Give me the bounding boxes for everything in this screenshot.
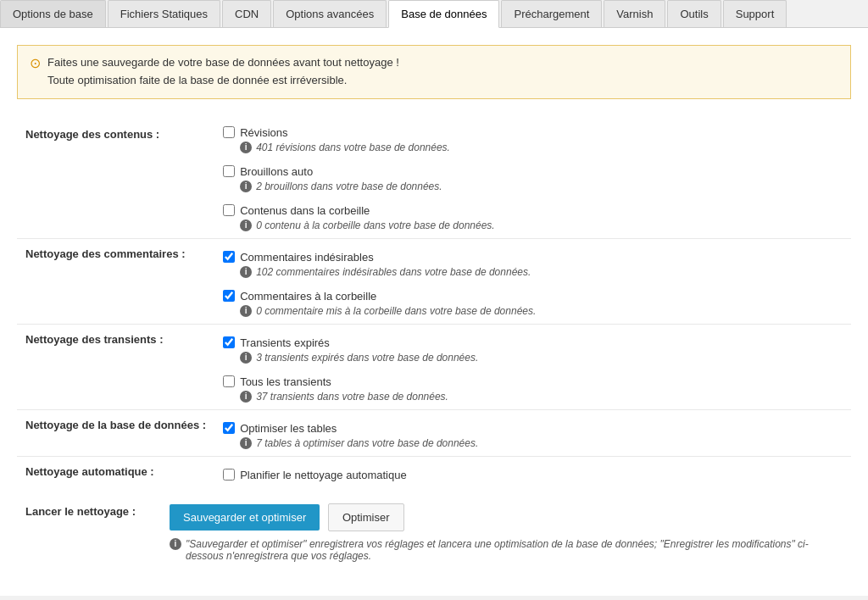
option-comments-spam: Commentaires indésirablesi102 commentair… (223, 251, 843, 278)
option-comments-trash: Commentaires à la corbeillei0 commentair… (223, 290, 843, 317)
checkbox-corbeille-contenus[interactable] (223, 204, 235, 216)
checkbox-label-revisions[interactable]: Révisions (223, 126, 843, 139)
info-text-corbeille-contenus: i0 contenu à la corbeille dans votre bas… (240, 219, 843, 231)
checkbox-label-corbeille-contenus[interactable]: Contenus dans la corbeille (223, 204, 843, 217)
tab-varnish[interactable]: Varnish (604, 0, 665, 27)
section-label-1: Nettoyage des commentaires : (17, 238, 214, 324)
tab-bar: Options de baseFichiers StatiquesCDNOpti… (0, 0, 868, 28)
info-text-transients-all: i37 transients dans votre base de donnée… (240, 391, 843, 403)
option-label-transients-expired: Transients expirés (240, 336, 330, 349)
tab-options-de-base[interactable]: Options de base (0, 0, 106, 27)
info-value-transients-all: 37 transients dans votre base de données… (256, 391, 448, 403)
info-icon-optimize-tables: i (240, 437, 252, 449)
warning-text: Faites une sauvegarde de votre base de d… (47, 54, 399, 90)
section-content-1: Commentaires indésirablesi102 commentair… (214, 238, 851, 324)
optimize-button[interactable]: Optimiser (328, 503, 404, 531)
option-label-comments-trash: Commentaires à la corbeille (240, 290, 376, 303)
launch-label: Lancer le nettoyage : (17, 497, 161, 569)
checkbox-auto-clean[interactable] (223, 469, 235, 481)
info-text-comments-trash: i0 commentaire mis à la corbeille dans v… (240, 305, 843, 317)
option-label-corbeille-contenus: Contenus dans la corbeille (240, 204, 370, 217)
section-content-2: Transients expirési3 transients expirés … (214, 324, 851, 409)
info-value-comments-spam: 102 commentaires indésirables dans votre… (256, 266, 531, 278)
info-icon-brouillons: i (240, 181, 252, 192)
info-value-optimize-tables: 7 tables à optimiser dans votre base de … (256, 437, 478, 449)
checkbox-label-auto-clean[interactable]: Planifier le nettoyage automatique (223, 469, 843, 481)
section-row-2: Nettoyage des transients :Transients exp… (17, 324, 851, 409)
warning-icon: ⊙ (30, 55, 41, 71)
info-icon-revisions: i (240, 142, 252, 153)
info-text-comments-spam: i102 commentaires indésirables dans votr… (240, 266, 843, 278)
main-content: ⊙ Faites une sauvegarde de votre base de… (0, 28, 868, 596)
info-icon-comments-spam: i (240, 266, 252, 278)
save-optimize-button[interactable]: Sauvegarder et optimiser (170, 504, 320, 531)
checkbox-transients-all[interactable] (223, 375, 235, 387)
checkbox-label-transients-all[interactable]: Tous les transients (223, 375, 843, 388)
info-icon-corbeille-contenus: i (240, 219, 252, 231)
info-text-revisions: i401 révisions dans votre base de donnée… (240, 142, 843, 153)
option-label-brouillons: Brouillons auto (240, 165, 313, 178)
option-transients-all: Tous les transientsi37 transients dans v… (223, 375, 843, 403)
checkbox-label-comments-spam[interactable]: Commentaires indésirables (223, 251, 843, 264)
option-label-auto-clean: Planifier le nettoyage automatique (240, 469, 407, 481)
option-label-transients-all: Tous les transients (240, 375, 331, 388)
option-transients-expired: Transients expirési3 transients expirés … (223, 336, 843, 364)
tab-support[interactable]: Support (723, 0, 787, 27)
option-auto-clean: Planifier le nettoyage automatique (223, 469, 843, 481)
tab-préchargement[interactable]: Préchargement (501, 0, 602, 27)
bottom-note: i "Sauvegarder et optimiser" enregistrer… (170, 538, 843, 562)
info-icon-transients-all: i (240, 391, 252, 403)
info-icon-comments-trash: i (240, 305, 252, 317)
option-revisions: Révisionsi401 révisions dans votre base … (223, 126, 843, 153)
info-icon-transients-expired: i (240, 352, 252, 364)
section-row-3: Nettoyage de la base de données :Optimis… (17, 409, 851, 456)
info-value-transients-expired: 3 transients expirés dans votre base de … (256, 352, 478, 364)
section-row-4: Nettoyage automatique :Planifier le nett… (17, 456, 851, 488)
option-brouillons: Brouillons autoi2 brouillons dans votre … (223, 165, 843, 192)
section-label-4: Nettoyage automatique : (17, 456, 214, 488)
info-text-optimize-tables: i7 tables à optimiser dans votre base de… (240, 437, 843, 449)
checkbox-brouillons[interactable] (223, 165, 235, 177)
option-label-revisions: Révisions (240, 126, 287, 139)
checkbox-label-transients-expired[interactable]: Transients expirés (223, 336, 843, 349)
checkbox-comments-trash[interactable] (223, 290, 235, 302)
option-optimize-tables: Optimiser les tablesi7 tables à optimise… (223, 422, 843, 449)
launch-actions: Sauvegarder et optimiser Optimiser i "Sa… (161, 497, 851, 569)
section-label-2: Nettoyage des transients : (17, 324, 214, 409)
tab-cdn[interactable]: CDN (222, 0, 271, 27)
launch-table: Lancer le nettoyage : Sauvegarder et opt… (17, 497, 851, 569)
section-label-0: Nettoyage des contenus : (17, 119, 214, 239)
tab-fichiers-statiques[interactable]: Fichiers Statiques (108, 0, 220, 27)
section-content-4: Planifier le nettoyage automatique (214, 456, 851, 488)
tab-outils[interactable]: Outils (667, 0, 721, 27)
section-content-3: Optimiser les tablesi7 tables à optimise… (214, 409, 851, 456)
section-label-3: Nettoyage de la base de données : (17, 409, 214, 456)
info-icon-bottom: i (170, 538, 181, 550)
info-value-brouillons: 2 brouillons dans votre base de données. (256, 181, 442, 192)
info-value-comments-trash: 0 commentaire mis à la corbeille dans vo… (256, 305, 536, 317)
checkbox-comments-spam[interactable] (223, 251, 235, 263)
settings-table: Nettoyage des contenus :Révisionsi401 ré… (17, 119, 851, 488)
section-row-0: Nettoyage des contenus :Révisionsi401 ré… (17, 119, 851, 239)
option-label-optimize-tables: Optimiser les tables (240, 422, 337, 435)
warning-box: ⊙ Faites une sauvegarde de votre base de… (17, 45, 851, 99)
section-row-1: Nettoyage des commentaires :Commentaires… (17, 238, 851, 324)
checkbox-label-optimize-tables[interactable]: Optimiser les tables (223, 422, 843, 435)
info-value-revisions: 401 révisions dans votre base de données… (256, 142, 450, 153)
section-content-0: Révisionsi401 révisions dans votre base … (214, 119, 851, 239)
checkbox-label-brouillons[interactable]: Brouillons auto (223, 165, 843, 178)
option-corbeille-contenus: Contenus dans la corbeillei0 contenu à l… (223, 204, 843, 231)
checkbox-label-comments-trash[interactable]: Commentaires à la corbeille (223, 290, 843, 303)
checkbox-transients-expired[interactable] (223, 336, 235, 348)
tab-options-avancées[interactable]: Options avancées (273, 0, 387, 27)
info-text-transients-expired: i3 transients expirés dans votre base de… (240, 352, 843, 364)
option-label-comments-spam: Commentaires indésirables (240, 251, 374, 264)
info-text-brouillons: i2 brouillons dans votre base de données… (240, 181, 843, 192)
info-value-corbeille-contenus: 0 contenu à la corbeille dans votre base… (256, 219, 495, 231)
checkbox-optimize-tables[interactable] (223, 422, 235, 434)
checkbox-revisions[interactable] (223, 126, 235, 138)
tab-base-de-données[interactable]: Base de données (388, 0, 499, 28)
